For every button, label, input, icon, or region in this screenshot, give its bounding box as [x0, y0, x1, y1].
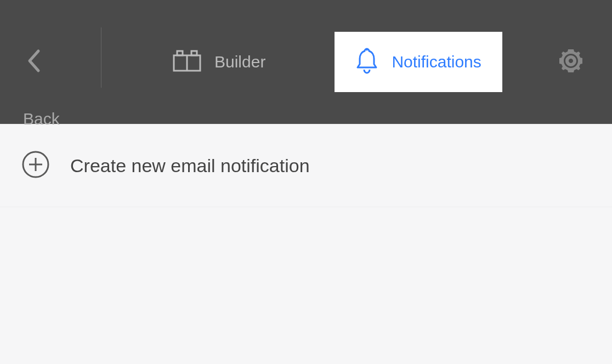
header-top: Back Builder — [0, 0, 612, 124]
svg-rect-3 — [191, 51, 197, 55]
svg-rect-2 — [177, 51, 183, 55]
create-notification-button[interactable]: Create new email notification — [0, 124, 612, 207]
content-area: Create new email notification — [0, 124, 612, 207]
create-notification-label: Create new email notification — [70, 155, 310, 177]
back-chevron-icon[interactable] — [26, 49, 42, 75]
tabs: Builder Notifications — [101, 0, 556, 124]
plus-circle-icon — [22, 151, 49, 180]
settings-section — [556, 0, 612, 124]
tab-notifications[interactable]: Notifications — [335, 32, 502, 92]
bell-icon — [355, 48, 378, 76]
gear-icon[interactable] — [556, 46, 586, 78]
back-section: Back — [0, 0, 101, 124]
tab-notifications-label: Notifications — [392, 53, 481, 71]
tab-builder[interactable]: Builder — [152, 32, 286, 92]
header: Back Builder — [0, 0, 612, 124]
back-label: Back — [23, 110, 60, 128]
builder-icon — [173, 50, 201, 74]
tab-builder-label: Builder — [214, 53, 265, 71]
header-divider — [101, 27, 101, 88]
